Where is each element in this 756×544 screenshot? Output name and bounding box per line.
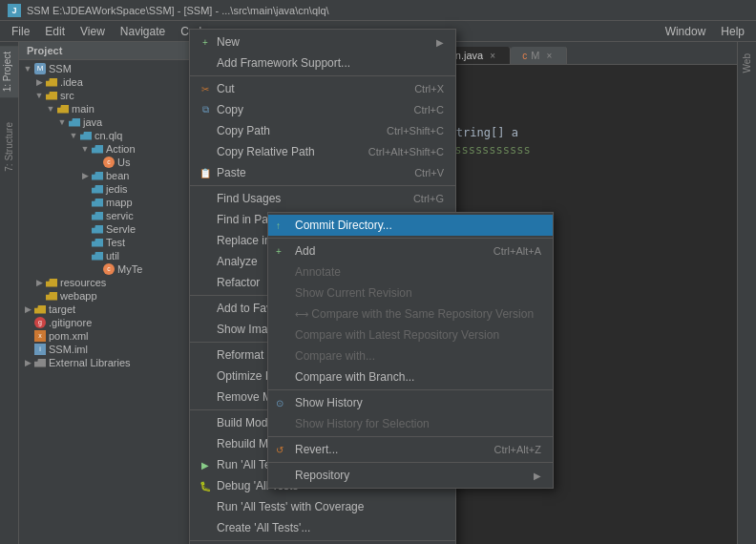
java-file-icon: c (103, 263, 115, 275)
submenu-add[interactable]: + Add Ctrl+Alt+A (268, 241, 553, 262)
title-bar: J SSM E:\JDEAWorkSpace\SSM] - [SSM] - ..… (0, 0, 756, 21)
tree-label: bean (106, 170, 129, 181)
menu-edit[interactable]: Edit (37, 23, 73, 40)
ctx-cut[interactable]: ✂ Cut Ctrl+X (190, 78, 455, 99)
submenu-show-current-revision[interactable]: Show Current Revision (268, 282, 553, 303)
tree-ssm[interactable]: ▼ M SSM (19, 62, 209, 75)
submenu-show-history-selection[interactable]: Show History for Selection (268, 413, 553, 434)
submenu-compare-latest-repo[interactable]: Compare with Latest Repository Version (268, 324, 553, 345)
menu-view[interactable]: View (73, 23, 113, 40)
java-file-icon: c (103, 157, 115, 168)
tree-test[interactable]: ▶ Test (19, 236, 209, 249)
tree-gitignore[interactable]: ▶ g .gitignore (19, 316, 209, 329)
tree-label: mapp (106, 197, 133, 208)
tree-cnqlq[interactable]: ▼ cn.qlq (19, 129, 209, 142)
web-tab[interactable]: Web (740, 50, 754, 76)
ctx-run-with-coverage[interactable]: Run 'All Tests' with Coverage (190, 496, 455, 517)
menu-help[interactable]: Help (713, 23, 752, 40)
xml-file-icon: x (34, 330, 46, 342)
project-tab[interactable]: 1: Project (0, 46, 18, 97)
ctx-find-usages[interactable]: Find Usages Ctrl+G (190, 188, 455, 209)
ctx-paste[interactable]: 📋 Paste Ctrl+V (190, 162, 455, 183)
ctx-separator (190, 185, 455, 186)
shortcut-label: Ctrl+Alt+Shift+C (368, 146, 444, 157)
tree-mytest[interactable]: ▶ c MyTe (19, 262, 209, 276)
arrow-icon: ▼ (69, 131, 78, 140)
tree-action[interactable]: ▼ Action (19, 142, 209, 156)
submenu-item-label: Show History (295, 396, 363, 409)
shortcut-label: Ctrl+V (414, 167, 444, 178)
ctx-copy[interactable]: ⧉ Copy Ctrl+C (190, 99, 455, 120)
tree-pomxml[interactable]: ▶ x pom.xml (19, 329, 209, 343)
submenu-item-label: Repository (295, 469, 349, 482)
ctx-item-label: Cut (217, 82, 235, 95)
submenu-revert[interactable]: ↺ Revert... Ctrl+Alt+Z (268, 439, 553, 460)
ctx-create-all-tests[interactable]: Create 'All Tests'... (190, 517, 455, 538)
ctx-add-framework[interactable]: Add Framework Support... (190, 52, 455, 73)
submenu-commit-directory[interactable]: ↑ Commit Directory... (268, 215, 553, 236)
arrow-icon: ▶ (23, 358, 32, 367)
tree-src[interactable]: ▼ src (19, 89, 209, 102)
submenu-compare-with[interactable]: Compare with... (268, 345, 553, 366)
tab-label: M (531, 50, 539, 61)
right-side-panel: Web (737, 42, 756, 544)
submenu-repository[interactable]: Repository ▶ (268, 465, 553, 486)
tree-ssmiml[interactable]: ▶ i SSM.iml (19, 343, 209, 356)
ctx-item-label: Add Framework Support... (217, 56, 350, 70)
submenu-item-label: Commit Directory... (295, 219, 392, 232)
ctx-copy-path[interactable]: Copy Path Ctrl+Shift+C (190, 120, 455, 141)
tree-util[interactable]: ▶ util (19, 249, 209, 262)
history-icon: ⊙ (276, 398, 284, 408)
tree-useraction[interactable]: ▶ c Us (19, 156, 209, 169)
tree-label: cn.qlq (94, 130, 122, 141)
submenu-show-history[interactable]: ⊙ Show History (268, 392, 553, 413)
folder-icon (92, 199, 103, 207)
arrow-icon: ▶ (34, 278, 44, 287)
add-icon: + (276, 246, 282, 257)
folder-icon (46, 92, 57, 100)
tree-target[interactable]: ▶ target (19, 303, 209, 316)
submenu-item-label: Annotate (295, 265, 341, 279)
folder-icon (80, 132, 92, 140)
menu-window[interactable]: Window (658, 23, 714, 40)
submenu-compare-with-branch[interactable]: Compare with Branch... (268, 366, 553, 387)
submenu-item-label: Show History for Selection (295, 417, 430, 430)
folder-icon (92, 252, 103, 261)
menu-navigate[interactable]: Navigate (113, 23, 173, 40)
tab-m-java[interactable]: c M × (511, 47, 567, 64)
tree-webapp[interactable]: ▶ webapp (19, 289, 209, 303)
tree-label: target (49, 303, 75, 315)
tree-mapp[interactable]: ▶ mapp (19, 196, 209, 209)
tree-servlet[interactable]: ▶ Servle (19, 222, 209, 236)
tree-resources[interactable]: ▶ resources (19, 276, 209, 289)
ctx-copy-relative-path[interactable]: Copy Relative Path Ctrl+Alt+Shift+C (190, 141, 455, 162)
folder-icon (46, 78, 57, 87)
ctx-item-label: Refactor (217, 276, 260, 289)
folder-icon (69, 118, 80, 127)
submenu-annotate[interactable]: Annotate (268, 262, 553, 282)
arrow-icon: ▶ (23, 304, 32, 314)
tree-service[interactable]: ▶ servic (19, 209, 209, 222)
submenu-separator (268, 389, 553, 390)
ctx-item-label: Paste (217, 166, 246, 179)
tab-close[interactable]: × (487, 51, 498, 61)
menu-file[interactable]: File (4, 23, 37, 40)
title-text: SSM E:\JDEAWorkSpace\SSM] - [SSM] - ...\… (27, 5, 329, 16)
tree-label: SSM (49, 63, 72, 74)
tree-bean[interactable]: ▶ bean (19, 169, 209, 182)
git-file-icon: g (34, 317, 46, 328)
submenu-compare-same-repo[interactable]: ⟷ Compare with the Same Repository Versi… (268, 303, 553, 324)
cut-icon: ✂ (198, 81, 213, 96)
tree-main[interactable]: ▼ main (19, 102, 209, 115)
iml-file-icon: i (34, 344, 46, 355)
structure-tab[interactable]: 7: Structure (2, 116, 16, 178)
tree-jedis[interactable]: ▶ jedis (19, 182, 209, 196)
tree-idea[interactable]: ▶ .idea (19, 75, 209, 89)
ctx-new[interactable]: + New ▶ (190, 31, 455, 52)
tree-label: resources (60, 277, 106, 288)
tree-java[interactable]: ▼ java (19, 115, 209, 129)
tab-close[interactable]: × (543, 51, 555, 61)
left-side-panel: 1: Project 7: Structure (0, 42, 19, 544)
ctx-item-label: Create 'All Tests'... (217, 521, 310, 534)
tree-extlibs[interactable]: ▶ External Libraries (19, 356, 209, 369)
